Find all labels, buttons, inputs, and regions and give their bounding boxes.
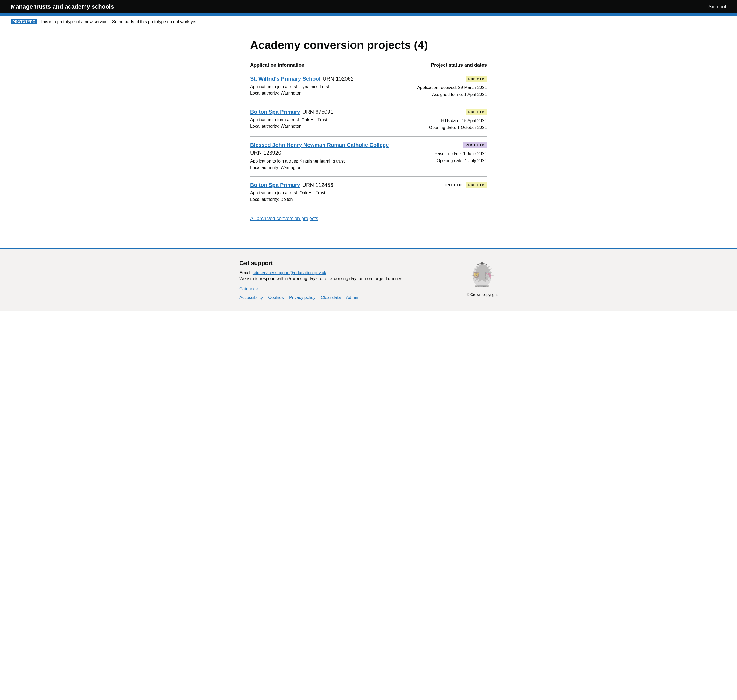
project-urn: URN 112456 [302, 182, 333, 188]
status-badge: PRE HTB [466, 76, 487, 82]
project-info: Bolton Spa PrimaryURN 675091Application … [250, 109, 411, 129]
table-header: Application information Project status a… [250, 62, 487, 70]
footer-links: AccessibilityCookiesPrivacy policyClear … [239, 295, 467, 300]
prototype-banner: PROTOTYPE This is a prototype of a new s… [0, 16, 737, 28]
sign-out-link[interactable]: Sign out [709, 4, 726, 10]
table-row: St. Wilfrid's Primary SchoolURN 102062Ap… [250, 70, 487, 103]
status-badge: PRE HTB [466, 109, 487, 115]
project-status: ON HOLDPRE HTB [417, 182, 487, 190]
project-name-line: Bolton Spa PrimaryURN 112456 [250, 182, 411, 188]
project-name-line: Blessed John Henry Newman Roman Catholic… [250, 142, 411, 148]
svg-point-5 [481, 262, 483, 264]
footer-nav-link[interactable]: Cookies [268, 295, 284, 300]
status-badges: ON HOLDPRE HTB [417, 182, 487, 188]
project-status: PRE HTBHTB date: 15 April 2021Opening da… [417, 109, 487, 131]
project-application: Application to join a trust: Oak Hill Tr… [250, 190, 411, 196]
svg-point-7 [485, 264, 486, 265]
table-row: Bolton Spa PrimaryURN 675091Application … [250, 103, 487, 136]
status-badges: PRE HTB [417, 109, 487, 115]
site-title: Manage trusts and academy schools [11, 3, 114, 10]
project-application: Application to form a trust: Oak Hill Tr… [250, 117, 411, 123]
project-local-authority: Local authority: Bolton [250, 196, 411, 203]
site-footer: Get support Email: sddservicessupport@ed… [0, 249, 737, 311]
project-dates: HTB date: 15 April 2021Opening date: 1 O… [417, 117, 487, 131]
project-local-authority: Local authority: Warrington [250, 165, 411, 171]
prototype-tag: PROTOTYPE [11, 19, 37, 25]
project-link[interactable]: Bolton Spa Primary [250, 109, 300, 115]
project-status: POST HTBBaseline date: 1 June 2021Openin… [417, 142, 487, 164]
guidance-link[interactable]: Guidance [239, 287, 467, 291]
project-dates: Application received: 29 March 2021Assig… [417, 84, 487, 98]
project-local-authority: Local authority: Warrington [250, 123, 411, 129]
svg-point-6 [478, 264, 479, 265]
footer-nav-link[interactable]: Privacy policy [289, 295, 315, 300]
project-urn-line2: URN 123920 [250, 150, 411, 156]
email-label: Email: [239, 271, 251, 275]
project-status: PRE HTBApplication received: 29 March 20… [417, 76, 487, 98]
project-link[interactable]: Bolton Spa Primary [250, 182, 300, 188]
project-link[interactable]: St. Wilfrid's Primary School [250, 76, 320, 82]
crown-copyright: © Crown copyright [467, 293, 498, 297]
project-local-authority: Local authority: Warrington [250, 90, 411, 97]
archive-section: All archived conversion projects [250, 209, 487, 222]
project-name-line: St. Wilfrid's Primary SchoolURN 102062 [250, 76, 411, 82]
archive-link[interactable]: All archived conversion projects [250, 216, 318, 221]
project-urn: URN 102062 [323, 76, 354, 82]
svg-text:DIEU ET MON DROIT: DIEU ET MON DROIT [475, 286, 489, 287]
project-name-line: Bolton Spa PrimaryURN 675091 [250, 109, 411, 115]
main-content: Academy conversion projects (4) Applicat… [239, 28, 498, 238]
projects-list: St. Wilfrid's Primary SchoolURN 102062Ap… [250, 70, 487, 208]
col-project-status: Project status and dates [431, 62, 487, 68]
project-link[interactable]: Blessed John Henry Newman Roman Catholic… [250, 142, 389, 148]
project-dates: Baseline date: 1 June 2021Opening date: … [417, 150, 487, 164]
table-row: Bolton Spa PrimaryURN 112456Application … [250, 176, 487, 208]
footer-email-line: Email: sddservicessupport@education.gov.… [239, 271, 467, 275]
footer-content: Get support Email: sddservicessupport@ed… [239, 260, 467, 300]
svg-text:🦄: 🦄 [485, 272, 492, 279]
status-badge: ON HOLD [442, 182, 464, 188]
footer-nav-link[interactable]: Accessibility [239, 295, 263, 300]
blue-bar [0, 13, 737, 16]
project-info: St. Wilfrid's Primary SchoolURN 102062Ap… [250, 76, 411, 97]
page-title: Academy conversion projects (4) [250, 39, 487, 51]
project-urn: URN 675091 [302, 109, 333, 115]
table-row: Blessed John Henry Newman Roman Catholic… [250, 136, 487, 176]
project-info: Bolton Spa PrimaryURN 112456Application … [250, 182, 411, 203]
site-header: Manage trusts and academy schools Sign o… [0, 0, 737, 13]
footer-nav-link[interactable]: Clear data [321, 295, 341, 300]
status-badges: PRE HTB [417, 76, 487, 82]
status-badges: POST HTB [417, 142, 487, 148]
project-application: Application to join a trust: Kingfisher … [250, 158, 411, 165]
email-address[interactable]: sddservicessupport@education.gov.uk [252, 271, 326, 275]
col-application-info: Application information [250, 62, 305, 68]
crown-crest-icon: 🦁 🦄 DIEU ET MON DROIT [469, 260, 495, 289]
prototype-text: This is a prototype of a new service – S… [40, 19, 198, 24]
project-info: Blessed John Henry Newman Roman Catholic… [250, 142, 411, 171]
status-badge: POST HTB [463, 142, 487, 148]
support-title: Get support [239, 260, 467, 267]
footer-nav-link[interactable]: Admin [346, 295, 358, 300]
project-application: Application to join a trust: Dynamics Tr… [250, 84, 411, 90]
footer-response: We aim to respond within 5 working days,… [239, 276, 467, 281]
status-badge: PRE HTB [466, 182, 487, 188]
footer-crest: 🦁 🦄 DIEU ET MON DROIT © Crown copyright [467, 260, 498, 297]
